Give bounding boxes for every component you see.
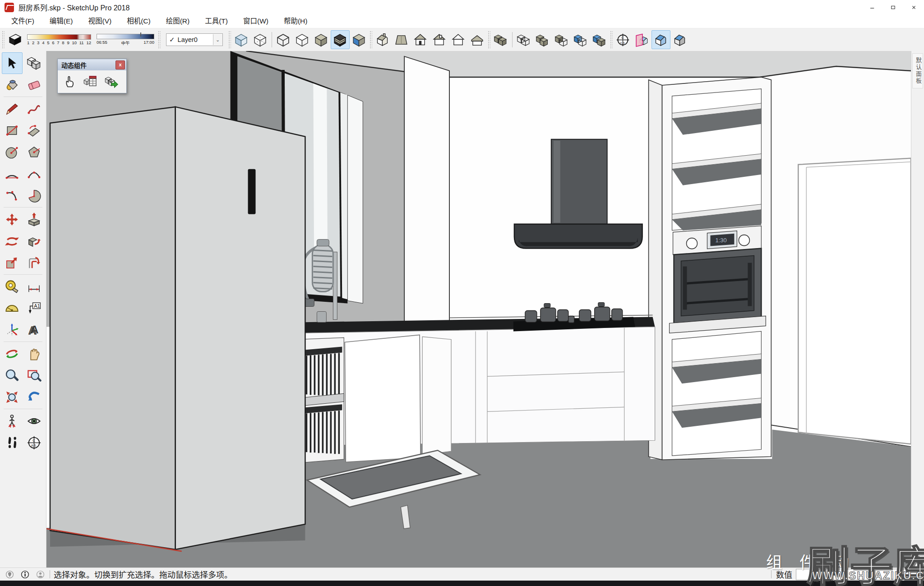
x-ray-button[interactable] (232, 30, 251, 49)
pie-tool[interactable] (24, 185, 45, 206)
maximize-button[interactable] (882, 0, 903, 14)
minimize-button[interactable] (862, 0, 882, 14)
iso-view-button[interactable] (373, 30, 392, 49)
3d-viewport[interactable]: 1:30 (46, 51, 911, 568)
paint-bucket-tool[interactable] (2, 74, 23, 96)
axes-tool[interactable] (2, 319, 23, 341)
union-button[interactable] (533, 30, 552, 49)
display-section-cuts-button[interactable] (651, 30, 670, 49)
display-section-fill-button[interactable] (670, 30, 689, 49)
orbit-tool[interactable] (2, 343, 23, 365)
position-camera-tool[interactable] (2, 410, 23, 432)
menu-文件[interactable]: 文件(F) (4, 14, 42, 28)
move-tool[interactable] (2, 208, 23, 230)
wall-corner[interactable] (404, 56, 449, 327)
split-button[interactable] (590, 30, 609, 49)
rectangle-tool[interactable] (2, 120, 23, 141)
previous-tool[interactable] (24, 386, 45, 408)
shadow-time-slider[interactable]: 06:55中午17:00 (97, 34, 154, 46)
time-slider-handle[interactable] (140, 32, 141, 37)
intersect-button[interactable] (514, 30, 533, 49)
shaded-button[interactable] (312, 30, 331, 49)
tall-cabinet[interactable]: 1:30 (649, 77, 772, 460)
menu-相机[interactable]: 相机(C) (119, 14, 158, 28)
door-frame[interactable] (798, 158, 911, 444)
3d-text-tool[interactable]: AA (24, 319, 45, 341)
follow-me-tool[interactable] (24, 230, 45, 252)
component-attributes-button[interactable] (103, 74, 120, 90)
close-icon[interactable]: x (116, 60, 125, 69)
dimension-tool[interactable] (24, 276, 45, 297)
menu-帮助[interactable]: 帮助(H) (276, 14, 315, 28)
wireframe-button[interactable] (274, 30, 293, 49)
section-plane-icon: CA-S (26, 435, 42, 451)
scale-tool[interactable] (2, 252, 23, 273)
layer-dropdown[interactable]: ✓Layer0⌄ (166, 33, 223, 46)
chevron-down-icon[interactable]: ⌄ (213, 34, 222, 45)
top-view-icon (394, 32, 409, 47)
circle-tool[interactable] (2, 141, 23, 163)
look-around-tool[interactable] (24, 410, 45, 432)
menu-窗口[interactable]: 窗口(W) (236, 14, 276, 28)
interact-button[interactable] (61, 74, 79, 90)
default-tray-tab[interactable]: 默认面板 (912, 53, 923, 88)
menu-编辑[interactable]: 编辑(E) (42, 14, 81, 28)
shadow-settings-button[interactable] (5, 30, 24, 49)
top-view-button[interactable] (392, 30, 411, 49)
shadow-date-slider[interactable]: 123456789101112 (27, 34, 91, 45)
intersect-icon (516, 32, 531, 47)
panel-title-bar[interactable]: 动态组件 x (58, 59, 126, 70)
front-view-button[interactable] (411, 30, 430, 49)
section-plane-tool[interactable]: CA-S (24, 432, 45, 453)
freehand-tool[interactable] (24, 98, 45, 120)
zoom-tool[interactable] (2, 365, 23, 386)
geolocation-button[interactable] (4, 568, 15, 580)
pan-tool[interactable] (24, 343, 45, 365)
back-view-button[interactable] (449, 30, 468, 49)
menu-视图[interactable]: 视图(V) (80, 14, 119, 28)
zoom-window-tool[interactable] (24, 365, 45, 386)
line-tool[interactable] (2, 98, 23, 120)
back-edges-button[interactable] (251, 30, 270, 49)
trim-button[interactable] (571, 30, 590, 49)
arc-tool[interactable] (2, 163, 23, 185)
monochrome-icon (351, 32, 366, 47)
eraser-tool[interactable] (24, 74, 45, 96)
date-slider-bar[interactable] (27, 34, 91, 40)
right-view-button[interactable] (430, 30, 449, 49)
info-button[interactable] (19, 568, 31, 580)
oven[interactable]: 1:30 (670, 226, 766, 333)
measurements-input[interactable] (796, 569, 922, 580)
dynamic-components-panel[interactable]: 动态组件 x (57, 59, 127, 93)
display-section-planes-button[interactable] (633, 30, 651, 49)
outer-shell-button[interactable] (491, 30, 510, 49)
two-point-arc-tool[interactable] (24, 163, 45, 185)
offset-tool[interactable] (24, 252, 45, 273)
make-component-tool[interactable] (24, 52, 45, 74)
refrigerator[interactable] (50, 107, 305, 549)
rotated-rectangle-tool[interactable] (24, 120, 45, 141)
push-pull-tool[interactable] (24, 208, 45, 230)
polygon-tool[interactable] (24, 141, 45, 163)
subtract-button[interactable] (552, 30, 571, 49)
time-slider-bar[interactable] (97, 34, 154, 39)
user-button[interactable] (34, 568, 46, 580)
text-tool[interactable]: A1 (24, 297, 45, 319)
left-view-button[interactable] (468, 30, 487, 49)
hidden-line-button[interactable] (293, 30, 312, 49)
close-button[interactable] (903, 0, 924, 14)
zoom-extents-tool[interactable] (2, 386, 23, 408)
tape-measure-tool[interactable] (2, 276, 23, 297)
three-point-arc-tool[interactable] (2, 185, 23, 206)
walk-tool[interactable] (2, 432, 23, 453)
menu-工具[interactable]: 工具(T) (197, 14, 236, 28)
select-tool[interactable] (2, 52, 23, 74)
menu-绘图[interactable]: 绘图(R) (158, 14, 198, 28)
rotate-tool[interactable] (2, 230, 23, 252)
section-plane-button[interactable]: CA-S (614, 30, 633, 49)
component-options-button[interactable] (82, 74, 99, 90)
shaded-with-textures-button[interactable] (331, 30, 350, 49)
protractor-tool[interactable] (2, 297, 23, 319)
monochrome-button[interactable] (350, 30, 369, 49)
kitchen-model[interactable]: 1:30 (46, 51, 911, 568)
